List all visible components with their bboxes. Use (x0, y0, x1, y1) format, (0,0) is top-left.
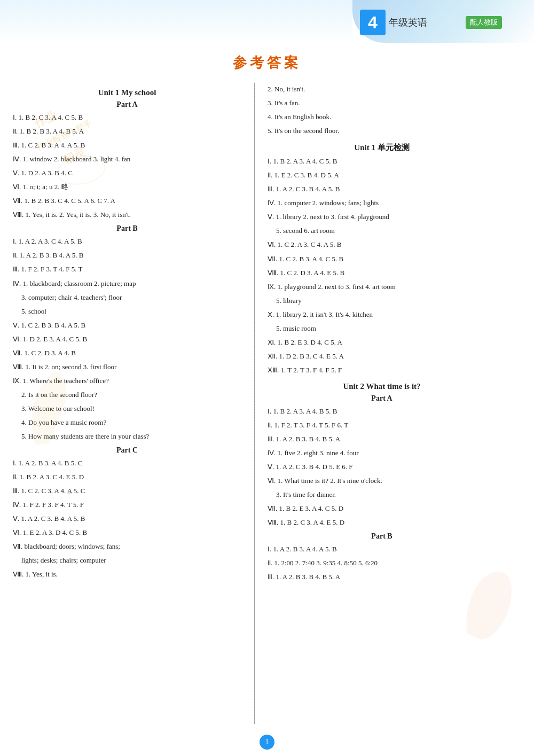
answer-line: 2. No, it isn't. (268, 83, 498, 96)
answer-line: Ⅲ. 1. C 2. B 3. A 4. A 5. B (13, 139, 244, 152)
answer-line: Ⅱ. 1. E 2. C 3. B 4. D 5. A (268, 169, 498, 182)
unit2-partB-answers: Ⅰ. 1. A 2. B 3. A 4. A 5. B Ⅱ. 1. 2:00 2… (265, 543, 498, 583)
answer-line: Ⅰ. 1. B 2. A 3. A 4. B 5. B (268, 405, 498, 418)
answer-line: Ⅷ. 1. Yes, it is. (13, 568, 244, 581)
answer-line: 3. Welcome to our school! (21, 402, 244, 415)
answer-line: Ⅰ. 1. B 2. A 3. A 4. C 5. B (268, 155, 498, 168)
unit2-partA-title: Part A (265, 394, 498, 403)
unit2-partB-title: Part B (265, 532, 498, 541)
answer-line: Ⅴ. 1. D 2. A 3. B 4. C (13, 167, 244, 180)
grade-number: 4 (360, 10, 386, 35)
answer-line: Ⅰ. 1. A 2. B 3. A 4. B 5. C (13, 457, 244, 470)
answer-line: Ⅸ. 1. Where's the teachers' office? (13, 375, 244, 387)
unit1-title: Unit 1 My school (11, 88, 244, 97)
answer-line: Ⅴ. 1. A 2. C 3. B 4. D 5. E 6. F (268, 461, 498, 473)
answer-line: 5. second 6. art room (276, 224, 498, 237)
answer-line: Ⅲ. 1. F 2. F 3. T 4. F 5. T (13, 263, 244, 276)
partC-title: Part C (11, 446, 244, 455)
unit2-partA-answers: Ⅰ. 1. B 2. A 3. A 4. B 5. B Ⅱ. 1. F 2. T… (265, 405, 498, 529)
partB-answers: Ⅰ. 1. A 2. A 3. C 4. A 5. B Ⅱ. 1. A 2. B… (11, 235, 244, 443)
unit1-jiance-title: Unit 1 单元检测 (265, 143, 498, 153)
answer-line: 3. computer; chair 4. teachers'; floor (21, 291, 244, 304)
answer-line: 5. It's on the second floor. (268, 124, 498, 137)
answer-line: Ⅲ. 1. C 2. C 3. A 4. A 5. C (13, 485, 244, 497)
answer-line: Ⅵ. 1. o; i; a; u 2. 略 (13, 181, 244, 193)
partA-title: Part A (11, 100, 244, 109)
answer-line: Ⅶ. blackboard; doors; windows; fans; (13, 540, 244, 553)
answer-line: Ⅵ. 1. E 2. A 3. D 4. C 5. B (13, 526, 244, 539)
answer-line: Ⅶ. 1. C 2. D 3. A 4. B (13, 347, 244, 360)
answer-line: Ⅰ. 1. A 2. B 3. A 4. A 5. B (268, 543, 498, 556)
answer-line: Ⅳ. 1. computer 2. windows; fans; lights (268, 197, 498, 209)
page-circle: 1 (260, 735, 274, 750)
partC-answers: Ⅰ. 1. A 2. B 3. A 4. B 5. C Ⅱ. 1. B 2. A… (11, 457, 244, 581)
answer-line: Ⅱ. 1. B 2. B 3. A 4. B 5. A (13, 125, 244, 138)
answer-line: Ⅳ. 1. five 2. eight 3. nine 4. four (268, 447, 498, 459)
answer-line: Ⅵ. 1. C 2. A 3. C 4. A 5. B (268, 238, 498, 251)
grade-badge: 4 年级英语 (360, 10, 427, 35)
answer-line: lights; desks; chairs; computer (21, 554, 244, 567)
jiance-answers: Ⅰ. 1. B 2. A 3. A 4. C 5. B Ⅱ. 1. E 2. C… (265, 155, 498, 377)
answer-line: Ⅷ. 1. B 2. C 3. A 4. E 5. D (268, 516, 498, 529)
page-number-area: 1 (0, 735, 534, 755)
partA-answers: Ⅰ. 1. B 2. C 3. A 4. C 5. B Ⅱ. 1. B 2. B… (11, 111, 244, 221)
answer-line: Ⅲ. 1. A 2. B 3. B 4. B 5. A (268, 433, 498, 446)
answer-line: Ⅳ. 1. blackboard; classroom 2. picture; … (13, 277, 244, 290)
answer-line: Ⅶ. 1. C 2. B 3. A 4. C 5. B (268, 253, 498, 266)
answer-line: Ⅻ. 1. D 2. B 3. C 4. E 5. A (268, 350, 498, 363)
answer-line: 4. Do you have a music room? (21, 416, 244, 429)
answer-line: Ⅱ. 1. F 2. T 3. F 4. T 5. F 6. T (268, 419, 498, 432)
answer-line: Ⅳ. 1. window 2. blackboard 3. light 4. f… (13, 153, 244, 166)
answer-line: 5. music room (276, 322, 498, 335)
answer-line: 5. library (276, 294, 498, 307)
answer-line: 3. It's a fan. (268, 97, 498, 110)
main-content: Unit 1 My school Part A Ⅰ. 1. B 2. C 3. … (11, 83, 523, 724)
answer-line: Ⅸ. 1. playground 2. next to 3. first 4. … (268, 280, 498, 293)
answer-line: Ⅶ. 1. B 2. E 3. A 4. C 5. D (268, 502, 498, 515)
answer-line: 2. Is it on the second floor? (21, 388, 244, 401)
partB-title: Part B (11, 224, 244, 233)
answer-line: Ⅴ. 1. C 2. B 3. B 4. A 5. B (13, 319, 244, 332)
header-wave-left (0, 0, 352, 43)
answer-line: Ⅵ. 1. D 2. E 3. A 4. C 5. B (13, 333, 244, 346)
answer-line: 4. It's an English book. (268, 111, 498, 123)
unit2-title: Unit 2 What time is it? (265, 382, 498, 391)
answer-line: 5. school (21, 305, 244, 318)
answer-line: Ⅰ. 1. A 2. A 3. C 4. A 5. B (13, 235, 244, 248)
left-column: Unit 1 My school Part A Ⅰ. 1. B 2. C 3. … (11, 83, 254, 724)
answer-line: 3. It's time for dinner. (276, 488, 498, 501)
grade-label: 年级英语 (389, 16, 427, 29)
answer-line: Ⅶ. 1. B 2. B 3. C 4. C 5. A 6. C 7. A (13, 194, 244, 207)
answer-line: Ⅹ. 1. library 2. it isn't 3. It's 4. kit… (268, 308, 498, 321)
answer-line: Ⅴ. 1. A 2. C 3. B 4. A 5. B (13, 512, 244, 525)
answer-line: Ⅳ. 1. F 2. F 3. F 4. T 5. F (13, 498, 244, 511)
answer-line: Ⅲ. 1. A 2. C 3. B 4. A 5. B (268, 183, 498, 196)
answer-line: Ⅰ. 1. B 2. C 3. A 4. C 5. B (13, 111, 244, 124)
right-column: 2. No, it isn't. 3. It's a fan. 4. It's … (255, 83, 498, 724)
answer-line: Ⅺ. 1. B 2. E 3. D 4. C 5. A (268, 336, 498, 349)
answer-line: Ⅵ. 1. What time is it? 2. It's nine o'cl… (268, 474, 498, 487)
answer-line: Ⅷ. 1. It is 2. on; second 3. first floor (13, 361, 244, 373)
answer-line: Ⅷ. 1. C 2. D 3. A 4. E 5. B (268, 267, 498, 279)
continued-answers: 2. No, it isn't. 3. It's a fan. 4. It's … (265, 83, 498, 137)
answer-line: Ⅷ. 1. Yes, it is. 2. Yes, it is. 3. No, … (13, 208, 244, 221)
answer-line: Ⅲ. 1. A 2. B 3. B 4. B 5. A (268, 571, 498, 583)
answer-line: Ⅱ. 1. 2:00 2. 7:40 3. 9:35 4. 8:50 5. 6:… (268, 557, 498, 570)
edition-badge: 配人教版 (466, 16, 502, 29)
answer-line: ⅩⅢ. 1. T 2. T 3. F 4. F 5. F (268, 364, 498, 377)
answer-line: Ⅴ. 1. library 2. next to 3. first 4. pla… (268, 211, 498, 223)
answer-line: 5. How many students are there in your c… (21, 430, 244, 443)
answer-line: Ⅱ. 1. B 2. A 3. C 4. E 5. D (13, 471, 244, 484)
answer-line: Ⅱ. 1. A 2. B 3. B 4. A 5. B (13, 249, 244, 262)
